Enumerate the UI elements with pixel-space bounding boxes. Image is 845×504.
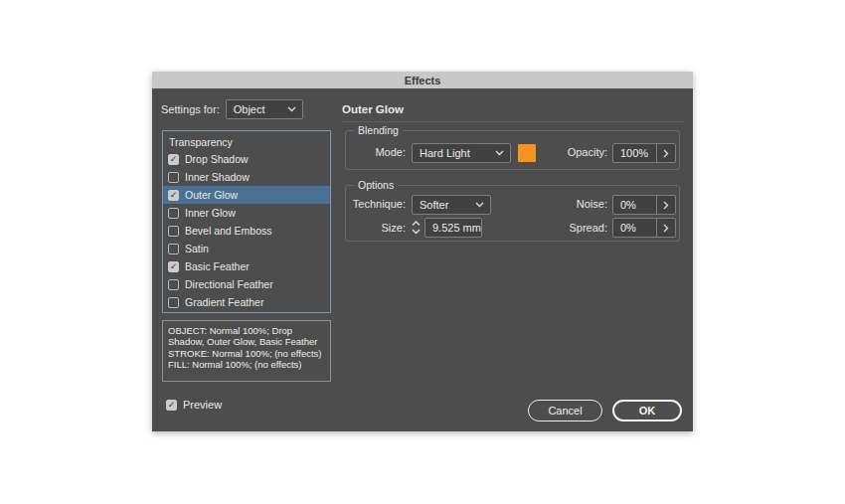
chevron-right-icon [663, 201, 669, 210]
cancel-button[interactable]: Cancel [528, 400, 602, 421]
size-field[interactable]: 9.525 mm [424, 218, 482, 238]
list-item-bevel-and-emboss[interactable]: ✓ Bevel and Emboss [163, 222, 330, 240]
summary-line-fill: FILL: Normal 100%; (no effects) [168, 359, 325, 370]
list-item-basic-feather[interactable]: ✓ Basic Feather [163, 257, 330, 275]
chevron-up-icon[interactable] [412, 221, 421, 227]
noise-field[interactable]: 0% [612, 195, 676, 215]
summary-line-object: OBJECT: Normal 100%; Drop Shadow, Outer … [168, 325, 325, 348]
blending-legend: Blending [354, 124, 403, 136]
list-item-inner-glow[interactable]: ✓ Inner Glow [163, 204, 330, 222]
gradient-feather-checkbox[interactable]: ✓ [168, 297, 179, 308]
list-item-gradient-feather[interactable]: ✓ Gradient Feather [163, 293, 330, 311]
preview-row: ✓ Preview [166, 399, 222, 411]
spread-slider-button[interactable] [656, 219, 675, 237]
opacity-field[interactable]: 100% [612, 143, 676, 163]
noise-slider-button[interactable] [656, 196, 675, 214]
preview-label: Preview [183, 399, 222, 411]
list-item-label: Outer Glow [185, 189, 238, 201]
spread-value: 0% [613, 219, 656, 237]
spread-label: Spread: [550, 222, 607, 234]
noise-label: Noise: [560, 198, 607, 210]
preview-checkbox[interactable]: ✓ [166, 400, 177, 411]
technique-value: Softer [420, 199, 448, 211]
list-item-label: Drop Shadow [185, 153, 249, 165]
settings-for-row: Settings for: Object [161, 99, 303, 119]
mode-select[interactable]: Hard Light [412, 143, 511, 163]
list-item-inner-shadow[interactable]: ✓ Inner Shadow [163, 168, 330, 186]
size-value: 9.525 mm [425, 219, 481, 237]
inner-shadow-checkbox[interactable]: ✓ [168, 172, 179, 183]
size-stepper[interactable] [410, 218, 422, 238]
list-item-label: Directional Feather [185, 278, 273, 290]
dialog-titlebar[interactable]: Effects [152, 72, 693, 88]
ok-button[interactable]: OK [612, 400, 682, 421]
list-item-label: Gradient Feather [185, 296, 263, 308]
inner-glow-checkbox[interactable]: ✓ [168, 208, 179, 219]
satin-checkbox[interactable]: ✓ [168, 244, 179, 254]
directional-feather-checkbox[interactable]: ✓ [168, 279, 179, 290]
technique-label: Technique: [346, 198, 406, 210]
list-item-drop-shadow[interactable]: ✓ Drop Shadow [163, 150, 330, 168]
page-title: Outer Glow [342, 103, 404, 115]
summary-line-stroke: STROKE: Normal 100%; (no effects) [168, 348, 325, 359]
check-icon: ✓ [168, 401, 176, 410]
divider [342, 121, 685, 122]
spread-field[interactable]: 0% [612, 218, 676, 238]
opacity-value: 100% [613, 144, 656, 162]
settings-for-label: Settings for: [161, 103, 220, 115]
dialog-title: Effects [405, 75, 441, 86]
effects-summary: OBJECT: Normal 100%; Drop Shadow, Outer … [162, 320, 331, 382]
effects-dialog: Effects Settings for: Object Outer Glow … [152, 72, 693, 431]
opacity-slider-button[interactable] [656, 144, 675, 162]
opacity-label: Opacity: [556, 146, 607, 158]
outer-glow-checkbox[interactable]: ✓ [168, 190, 179, 201]
check-icon: ✓ [170, 262, 178, 271]
chevron-down-icon [287, 106, 296, 112]
effects-list-header: Transparency [163, 134, 330, 150]
technique-select[interactable]: Softer [412, 195, 491, 215]
chevron-right-icon [663, 149, 669, 158]
options-legend: Options [354, 179, 398, 191]
drop-shadow-checkbox[interactable]: ✓ [168, 154, 179, 165]
size-label: Size: [366, 222, 406, 234]
check-icon: ✓ [170, 155, 178, 164]
list-item-label: Bevel and Emboss [185, 225, 272, 237]
dialog-body: Settings for: Object Outer Glow Transpar… [152, 88, 693, 431]
effects-list: Transparency ✓ Drop Shadow ✓ Inner Shado… [162, 130, 331, 313]
list-item-label: Inner Glow [185, 207, 236, 219]
mode-label: Mode: [366, 146, 406, 158]
color-swatch[interactable] [518, 144, 536, 162]
noise-value: 0% [613, 196, 656, 214]
blending-group: Blending Mode: Hard Light Opacity: 100% [345, 130, 680, 170]
bevel-and-emboss-checkbox[interactable]: ✓ [168, 226, 179, 237]
list-item-label: Basic Feather [185, 260, 250, 272]
list-item-directional-feather[interactable]: ✓ Directional Feather [163, 275, 330, 293]
settings-for-value: Object [234, 103, 265, 115]
list-item-outer-glow[interactable]: ✓ Outer Glow [163, 186, 330, 204]
check-icon: ✓ [170, 191, 178, 200]
chevron-down-icon[interactable] [412, 229, 421, 235]
chevron-right-icon [663, 224, 669, 233]
basic-feather-checkbox[interactable]: ✓ [168, 261, 179, 272]
chevron-down-icon [495, 150, 504, 156]
list-item-satin[interactable]: ✓ Satin [163, 240, 330, 257]
settings-for-select[interactable]: Object [226, 99, 303, 119]
list-item-label: Satin [185, 243, 209, 254]
chevron-down-icon [475, 202, 484, 208]
list-item-label: Inner Shadow [185, 171, 250, 183]
options-group: Options Technique: Softer Noise: 0% Size… [345, 185, 680, 242]
mode-value: Hard Light [420, 147, 470, 159]
